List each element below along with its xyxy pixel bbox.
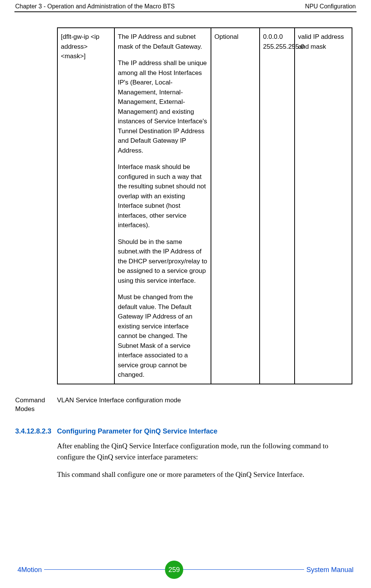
header-rule <box>14 11 357 12</box>
header-left: Chapter 3 - Operation and Administration… <box>15 3 175 10</box>
desc-paragraph: Interface mask should be configured in s… <box>118 162 208 230</box>
command-modes-row: Command Modes VLAN Service Interface con… <box>15 396 356 414</box>
param-valid-values: valid IP address and mask <box>298 32 349 51</box>
param-default: 0.0.0.0 255.255.255.0 <box>263 32 291 51</box>
section-heading-row: 3.4.12.8.2.3 Configuring Parameter for Q… <box>15 427 356 435</box>
desc-paragraph: The IP Address and subnet mask of the De… <box>118 32 208 51</box>
running-header: Chapter 3 - Operation and Administration… <box>15 0 356 11</box>
section-body: After enabling the QinQ Service Interfac… <box>57 441 356 480</box>
param-syntax-cell: [dflt-gw-ip <ip address> <mask>] <box>57 28 114 384</box>
desc-paragraph: The IP address shall be unique among all… <box>118 58 208 155</box>
desc-paragraph: Must be changed from the default value. … <box>118 292 208 380</box>
body-paragraph: This command shall configure one or more… <box>57 469 356 480</box>
section-number: 3.4.12.8.2.3 <box>15 427 57 435</box>
param-description-cell: The IP Address and subnet mask of the De… <box>114 28 211 384</box>
parameter-table: [dflt-gw-ip <ip address> <mask>] The IP … <box>57 27 352 384</box>
param-valid-cell: valid IP address and mask <box>295 28 352 384</box>
page-number-badge: 259 <box>165 561 183 579</box>
desc-paragraph: Should be in the same subnet.with the IP… <box>118 237 208 286</box>
page: Chapter 3 - Operation and Administration… <box>0 0 371 588</box>
command-modes-label: Command Modes <box>15 396 57 414</box>
footer-right: System Manual <box>304 566 356 574</box>
main-content: [dflt-gw-ip <ip address> <mask>] The IP … <box>57 27 356 480</box>
table-row: [dflt-gw-ip <ip address> <mask>] The IP … <box>57 28 352 384</box>
param-presence: Optional <box>214 32 256 42</box>
page-footer: 4Motion 259 System Manual <box>15 561 356 579</box>
param-presence-cell: Optional <box>211 28 260 384</box>
header-right: NPU Configuration <box>305 3 356 10</box>
section-title: Configuring Parameter for QinQ Service I… <box>57 427 217 435</box>
command-modes-value: VLAN Service Interface configuration mod… <box>57 396 181 414</box>
param-syntax: [dflt-gw-ip <ip address> <mask>] <box>61 32 111 61</box>
body-paragraph: After enabling the QinQ Service Interfac… <box>57 441 356 462</box>
param-default-cell: 0.0.0.0 255.255.255.0 <box>260 28 295 384</box>
